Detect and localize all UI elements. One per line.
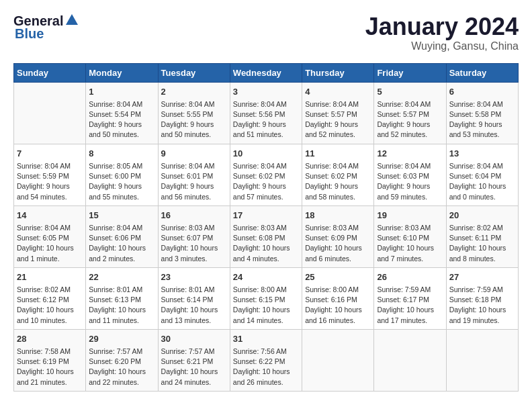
- day-info: Sunrise: 8:04 AM Sunset: 6:06 PM Dayligh…: [89, 223, 154, 264]
- logo-blue-text: Blue: [15, 26, 44, 42]
- logo-icon: [64, 13, 79, 28]
- calendar-cell: 30Sunrise: 7:57 AM Sunset: 6:21 PM Dayli…: [158, 329, 230, 391]
- day-info: Sunrise: 7:57 AM Sunset: 6:20 PM Dayligh…: [89, 347, 154, 387]
- day-number: 13: [449, 148, 515, 160]
- day-number: 8: [89, 148, 154, 160]
- calendar-body: 1Sunrise: 8:04 AM Sunset: 5:54 PM Daylig…: [14, 82, 519, 391]
- day-number: 19: [377, 210, 443, 222]
- day-number: 23: [161, 271, 227, 283]
- calendar-cell: [14, 82, 86, 144]
- calendar-cell: 7Sunrise: 8:04 AM Sunset: 5:59 PM Daylig…: [14, 144, 86, 205]
- day-info: Sunrise: 7:58 AM Sunset: 6:19 PM Dayligh…: [17, 347, 83, 387]
- calendar-cell: 14Sunrise: 8:04 AM Sunset: 6:05 PM Dayli…: [14, 205, 86, 267]
- calendar-header-cell: Wednesday: [230, 63, 302, 82]
- calendar-cell: 3Sunrise: 8:04 AM Sunset: 5:56 PM Daylig…: [230, 82, 302, 144]
- calendar-cell: 27Sunrise: 7:59 AM Sunset: 6:18 PM Dayli…: [446, 267, 518, 329]
- calendar-header-cell: Thursday: [302, 63, 374, 82]
- calendar-header-cell: Saturday: [446, 63, 518, 82]
- day-number: 10: [233, 148, 299, 160]
- calendar-cell: 5Sunrise: 8:04 AM Sunset: 5:57 PM Daylig…: [374, 82, 446, 144]
- title-block: January 2024 Wuying, Gansu, China: [365, 13, 519, 52]
- calendar-cell: 12Sunrise: 8:04 AM Sunset: 6:03 PM Dayli…: [374, 144, 446, 205]
- day-info: Sunrise: 8:04 AM Sunset: 5:57 PM Dayligh…: [377, 99, 443, 140]
- day-number: 25: [305, 271, 371, 283]
- page-header: General Blue January 2024 Wuying, Gansu,…: [13, 13, 519, 52]
- calendar-cell: 8Sunrise: 8:05 AM Sunset: 6:00 PM Daylig…: [86, 144, 158, 205]
- calendar-cell: 13Sunrise: 8:04 AM Sunset: 6:04 PM Dayli…: [446, 144, 518, 205]
- day-number: 12: [377, 148, 443, 160]
- calendar-week-row: 7Sunrise: 8:04 AM Sunset: 5:59 PM Daylig…: [14, 144, 519, 205]
- day-number: 28: [17, 333, 83, 345]
- calendar-header-cell: Tuesday: [158, 63, 230, 82]
- day-number: 31: [233, 333, 299, 345]
- calendar-cell: 15Sunrise: 8:04 AM Sunset: 6:06 PM Dayli…: [86, 205, 158, 267]
- calendar-cell: [302, 329, 374, 391]
- day-number: 30: [161, 333, 227, 345]
- calendar-cell: 24Sunrise: 8:00 AM Sunset: 6:15 PM Dayli…: [230, 267, 302, 329]
- day-info: Sunrise: 8:03 AM Sunset: 6:10 PM Dayligh…: [377, 223, 443, 264]
- calendar-cell: [446, 329, 518, 391]
- day-info: Sunrise: 8:04 AM Sunset: 6:02 PM Dayligh…: [233, 161, 299, 202]
- calendar-cell: 10Sunrise: 8:04 AM Sunset: 6:02 PM Dayli…: [230, 144, 302, 205]
- calendar-cell: 4Sunrise: 8:04 AM Sunset: 5:57 PM Daylig…: [302, 82, 374, 144]
- calendar-cell: 20Sunrise: 8:02 AM Sunset: 6:11 PM Dayli…: [446, 205, 518, 267]
- day-info: Sunrise: 8:04 AM Sunset: 5:55 PM Dayligh…: [161, 99, 227, 140]
- calendar-header-cell: Monday: [86, 63, 158, 82]
- calendar-cell: 17Sunrise: 8:03 AM Sunset: 6:08 PM Dayli…: [230, 205, 302, 267]
- day-info: Sunrise: 8:04 AM Sunset: 6:01 PM Dayligh…: [161, 161, 227, 202]
- svg-marker-0: [66, 14, 78, 25]
- page-title: January 2024: [365, 13, 519, 40]
- calendar-cell: 31Sunrise: 7:56 AM Sunset: 6:22 PM Dayli…: [230, 329, 302, 391]
- day-info: Sunrise: 8:04 AM Sunset: 6:04 PM Dayligh…: [449, 161, 515, 202]
- calendar-cell: 28Sunrise: 7:58 AM Sunset: 6:19 PM Dayli…: [14, 329, 86, 391]
- calendar-cell: 16Sunrise: 8:03 AM Sunset: 6:07 PM Dayli…: [158, 205, 230, 267]
- day-info: Sunrise: 8:01 AM Sunset: 6:13 PM Dayligh…: [89, 285, 154, 326]
- day-info: Sunrise: 7:59 AM Sunset: 6:18 PM Dayligh…: [449, 285, 515, 326]
- calendar-table: SundayMondayTuesdayWednesdayThursdayFrid…: [13, 63, 519, 392]
- day-number: 22: [89, 271, 154, 283]
- calendar-cell: 18Sunrise: 8:03 AM Sunset: 6:09 PM Dayli…: [302, 205, 374, 267]
- day-info: Sunrise: 8:04 AM Sunset: 6:02 PM Dayligh…: [305, 161, 371, 202]
- calendar-cell: 2Sunrise: 8:04 AM Sunset: 5:55 PM Daylig…: [158, 82, 230, 144]
- day-number: 11: [305, 148, 371, 160]
- day-number: 3: [233, 86, 299, 98]
- day-number: 4: [305, 86, 371, 98]
- day-info: Sunrise: 8:05 AM Sunset: 6:00 PM Dayligh…: [89, 161, 154, 202]
- calendar-cell: 9Sunrise: 8:04 AM Sunset: 6:01 PM Daylig…: [158, 144, 230, 205]
- calendar-week-row: 1Sunrise: 8:04 AM Sunset: 5:54 PM Daylig…: [14, 82, 519, 144]
- calendar-header-cell: Friday: [374, 63, 446, 82]
- calendar-header-cell: Sunday: [14, 63, 86, 82]
- day-info: Sunrise: 8:04 AM Sunset: 5:58 PM Dayligh…: [449, 99, 515, 140]
- day-info: Sunrise: 7:59 AM Sunset: 6:17 PM Dayligh…: [377, 285, 443, 326]
- day-number: 24: [233, 271, 299, 283]
- day-number: 9: [161, 148, 227, 160]
- calendar-cell: 25Sunrise: 8:00 AM Sunset: 6:16 PM Dayli…: [302, 267, 374, 329]
- day-info: Sunrise: 8:04 AM Sunset: 5:57 PM Dayligh…: [305, 99, 371, 140]
- day-info: Sunrise: 8:02 AM Sunset: 6:12 PM Dayligh…: [17, 285, 83, 326]
- calendar-cell: 1Sunrise: 8:04 AM Sunset: 5:54 PM Daylig…: [86, 82, 158, 144]
- day-number: 17: [233, 210, 299, 222]
- day-number: 29: [89, 333, 154, 345]
- day-number: 27: [449, 271, 515, 283]
- calendar-cell: [374, 329, 446, 391]
- day-number: 14: [17, 210, 83, 222]
- day-info: Sunrise: 8:03 AM Sunset: 6:07 PM Dayligh…: [161, 223, 227, 264]
- logo: General Blue: [13, 13, 79, 42]
- day-info: Sunrise: 8:04 AM Sunset: 5:59 PM Dayligh…: [17, 161, 83, 202]
- calendar-cell: 22Sunrise: 8:01 AM Sunset: 6:13 PM Dayli…: [86, 267, 158, 329]
- day-info: Sunrise: 8:03 AM Sunset: 6:08 PM Dayligh…: [233, 223, 299, 264]
- calendar-header-row: SundayMondayTuesdayWednesdayThursdayFrid…: [14, 63, 519, 82]
- day-number: 6: [449, 86, 515, 98]
- calendar-cell: 6Sunrise: 8:04 AM Sunset: 5:58 PM Daylig…: [446, 82, 518, 144]
- day-info: Sunrise: 7:56 AM Sunset: 6:22 PM Dayligh…: [233, 347, 299, 387]
- page-subtitle: Wuying, Gansu, China: [365, 40, 519, 52]
- day-info: Sunrise: 8:04 AM Sunset: 6:03 PM Dayligh…: [377, 161, 443, 202]
- day-info: Sunrise: 7:57 AM Sunset: 6:21 PM Dayligh…: [161, 347, 227, 387]
- day-number: 2: [161, 86, 227, 98]
- day-number: 26: [377, 271, 443, 283]
- day-info: Sunrise: 8:02 AM Sunset: 6:11 PM Dayligh…: [449, 223, 515, 264]
- day-info: Sunrise: 8:04 AM Sunset: 6:05 PM Dayligh…: [17, 223, 83, 264]
- day-number: 21: [17, 271, 83, 283]
- calendar-cell: 29Sunrise: 7:57 AM Sunset: 6:20 PM Dayli…: [86, 329, 158, 391]
- day-number: 18: [305, 210, 371, 222]
